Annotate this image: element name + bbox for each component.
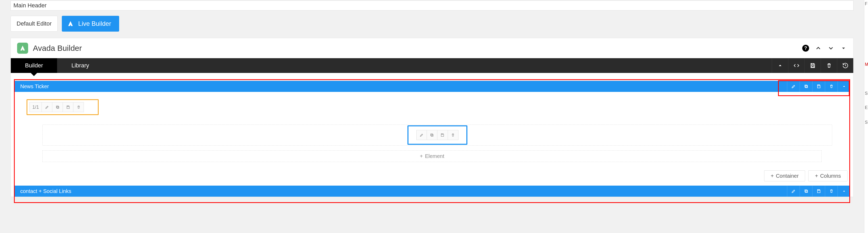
- right-sidebar-cropped: F M S E S: [864, 0, 868, 233]
- svg-rect-1: [812, 66, 814, 67]
- container-news-ticker-body: 1/1: [14, 92, 850, 167]
- tab-library[interactable]: Library: [57, 58, 103, 73]
- add-element-button[interactable]: + Element: [42, 150, 822, 162]
- tab-library-label: Library: [71, 62, 89, 69]
- title-input[interactable]: [10, 1, 854, 10]
- add-columns-button[interactable]: + Columns: [808, 170, 847, 181]
- help-icon[interactable]: ?: [802, 45, 809, 52]
- column-clone-icon[interactable]: [52, 102, 63, 112]
- sidebar-stub: S: [865, 91, 868, 96]
- svg-rect-9: [431, 134, 432, 136]
- svg-rect-13: [818, 190, 819, 191]
- column-fraction-label[interactable]: 1/1: [29, 102, 42, 112]
- avada-logo-icon: [17, 42, 28, 54]
- container-contact-social-bar[interactable]: contact + Social Links: [14, 185, 850, 197]
- plus-icon: +: [420, 153, 423, 159]
- column-delete-icon[interactable]: [73, 102, 84, 112]
- svg-rect-12: [805, 190, 807, 192]
- move-up-header-icon[interactable]: [815, 45, 822, 52]
- builder-canvas: News Ticker: [11, 73, 853, 184]
- column-edit-icon[interactable]: [42, 102, 52, 112]
- sidebar-stub: S: [865, 120, 868, 125]
- builder-panel: Avada Builder ? Builder: [10, 38, 854, 197]
- sidebar-stub: E: [865, 105, 868, 110]
- svg-rect-6: [56, 106, 58, 108]
- toolbar-collapse-icon[interactable]: [772, 58, 788, 73]
- column-save-icon[interactable]: [63, 102, 73, 112]
- avada-logo-mini-icon: [67, 20, 74, 27]
- container-delete-icon[interactable]: [825, 81, 837, 92]
- live-builder-label: Live Builder: [78, 20, 111, 27]
- sidebar-stub: M: [865, 62, 868, 67]
- container-collapse-icon[interactable]: [837, 81, 850, 92]
- builder-title: Avada Builder: [33, 44, 82, 53]
- element-row[interactable]: [42, 124, 832, 146]
- element-edit-icon[interactable]: [416, 130, 427, 140]
- element-delete-icon[interactable]: [448, 130, 459, 140]
- sidebar-stub: F: [865, 2, 867, 6]
- svg-rect-11: [805, 191, 807, 193]
- add-element-label: Element: [425, 153, 444, 159]
- builder-header: Avada Builder ?: [11, 38, 853, 58]
- default-editor-button[interactable]: Default Editor: [10, 16, 58, 32]
- toolbar-code-icon[interactable]: [788, 58, 804, 73]
- add-columns-label: Columns: [820, 173, 841, 179]
- tab-builder-label: Builder: [25, 62, 43, 69]
- svg-rect-2: [805, 86, 807, 88]
- add-container-button[interactable]: + Container: [764, 170, 805, 181]
- container-footer-actions: + Container + Columns: [14, 167, 850, 184]
- svg-rect-8: [431, 134, 433, 136]
- plus-icon: +: [815, 173, 818, 179]
- tab-builder[interactable]: Builder: [11, 58, 57, 73]
- container2-delete-icon[interactable]: [825, 185, 837, 197]
- svg-rect-4: [818, 85, 819, 86]
- container2-save-icon[interactable]: [812, 185, 825, 197]
- svg-rect-5: [57, 106, 59, 108]
- toolbar-save-icon[interactable]: [804, 58, 820, 73]
- container-contact-social-label: contact + Social Links: [20, 188, 71, 194]
- svg-rect-0: [812, 63, 813, 65]
- add-container-label: Container: [776, 173, 799, 179]
- toolbar-history-icon[interactable]: [837, 58, 853, 73]
- default-editor-label: Default Editor: [17, 20, 52, 27]
- collapse-header-icon[interactable]: [840, 45, 847, 52]
- svg-rect-7: [67, 106, 69, 107]
- container2-edit-icon[interactable]: [787, 185, 800, 197]
- container-news-ticker-bar[interactable]: News Ticker: [14, 81, 850, 92]
- plus-icon: +: [771, 173, 774, 179]
- svg-rect-10: [442, 134, 443, 135]
- editor-mode-row: Default Editor Live Builder: [0, 10, 864, 38]
- element-clone-icon[interactable]: [427, 130, 437, 140]
- column-toolbar-highlight: 1/1: [27, 99, 99, 115]
- container2-clone-icon[interactable]: [800, 185, 812, 197]
- element-save-icon[interactable]: [437, 130, 448, 140]
- toolbar-delete-icon[interactable]: [820, 58, 837, 73]
- container-clone-icon[interactable]: [800, 81, 812, 92]
- svg-rect-3: [805, 85, 807, 87]
- container2-collapse-icon[interactable]: [837, 185, 850, 197]
- container-save-icon[interactable]: [812, 81, 825, 92]
- builder-tabbar: Builder Library: [11, 58, 853, 73]
- live-builder-button[interactable]: Live Builder: [62, 16, 119, 32]
- element-toolbar-highlight: [407, 125, 467, 145]
- container-edit-icon[interactable]: [787, 81, 800, 92]
- move-down-header-icon[interactable]: [828, 45, 834, 52]
- container-news-ticker-label: News Ticker: [20, 84, 49, 89]
